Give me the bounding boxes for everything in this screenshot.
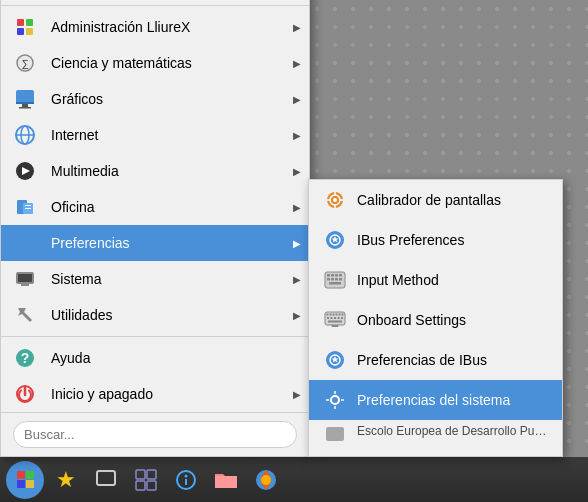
submenu-item-ibus-prefs[interactable]: IBus Preferences [309, 220, 562, 260]
svg-line-30 [30, 248, 32, 250]
svg-text:?: ? [21, 350, 30, 366]
svg-rect-23 [25, 208, 31, 209]
onboard-settings-icon [323, 308, 347, 332]
menu-divider [1, 5, 309, 6]
svg-rect-87 [147, 481, 156, 490]
svg-rect-14 [19, 107, 31, 109]
menu-button[interactable] [6, 461, 44, 499]
ibus-prefs-icon [323, 228, 347, 252]
preferences-icon [13, 231, 37, 255]
help-icon: ? [13, 346, 37, 370]
svg-rect-35 [21, 284, 29, 286]
svg-rect-66 [331, 317, 333, 319]
submenu-item-calibrator[interactable]: Calibrador de pantallas [309, 180, 562, 220]
arrow-icon: ▶ [293, 94, 301, 105]
menu-item-shutdown[interactable]: Inicio y apagado ▶ [1, 376, 309, 412]
info-button[interactable] [168, 462, 204, 498]
svg-rect-61 [333, 314, 335, 316]
menu-item-label: Ayuda [51, 350, 90, 366]
graphics-icon [13, 87, 37, 111]
arrow-icon: ▶ [293, 310, 301, 321]
svg-rect-13 [22, 104, 28, 107]
svg-rect-62 [336, 314, 338, 316]
shutdown-icon [13, 382, 37, 406]
menu-item-help[interactable]: ? Ayuda [1, 340, 309, 376]
menu-item-label: Oficina [51, 199, 95, 215]
menu-divider-2 [1, 336, 309, 337]
arrow-icon: ▶ [293, 22, 301, 33]
science-icon: ∑ [13, 51, 37, 75]
arrow-icon: ▶ [293, 58, 301, 69]
search-input[interactable] [13, 421, 297, 448]
svg-rect-63 [339, 314, 341, 316]
svg-rect-8 [26, 28, 33, 35]
menu-item-label: Internet [51, 127, 98, 143]
main-menu: Aplicaciones recientes ▶ Archivos recien… [0, 0, 310, 457]
submenu-item-onboard[interactable]: Onboard Settings [309, 300, 562, 340]
input-method-icon [323, 268, 347, 292]
admin-icon [13, 15, 37, 39]
menu-item-internet[interactable]: Internet ▶ [1, 117, 309, 153]
svg-point-93 [261, 475, 271, 485]
svg-rect-71 [332, 325, 338, 327]
menu-item-label: Inicio y apagado [51, 386, 153, 402]
menu-item-label: Utilidades [51, 307, 112, 323]
menu-item-recent-files[interactable]: Archivos recientes ▶ [1, 0, 309, 2]
svg-rect-60 [330, 314, 332, 316]
submenu-item-system-prefs[interactable]: Preferencias del sistema [309, 380, 562, 420]
svg-rect-54 [331, 278, 334, 281]
svg-rect-57 [329, 282, 341, 285]
multi-window-button[interactable] [128, 462, 164, 498]
submenu-item-label: Onboard Settings [357, 312, 466, 328]
svg-rect-11 [16, 90, 34, 104]
svg-text:∑: ∑ [21, 58, 28, 69]
submenu-item-label: Calibrador de pantallas [357, 192, 501, 208]
svg-rect-82 [326, 427, 344, 441]
menu-item-office[interactable]: Oficina ▶ [1, 189, 309, 225]
menu-item-label: Preferencias [51, 235, 130, 251]
partial-icon [323, 422, 347, 446]
menu-item-label: Gráficos [51, 91, 103, 107]
menu-item-preferences[interactable]: Preferencias ▶ [1, 225, 309, 261]
menu-item-admin[interactable]: Administración LliureX ▶ [1, 9, 309, 45]
arrow-icon: ▶ [293, 202, 301, 213]
submenu-item-label: Preferencias del sistema [357, 392, 510, 408]
menu-item-science[interactable]: ∑ Ciencia y matemáticas ▶ [1, 45, 309, 81]
preferences-submenu: Calibrador de pantallas IBus Preferences [308, 179, 563, 457]
submenu-item-partial[interactable]: Escolo Europea de Desarrollo Puebal... [309, 420, 562, 456]
svg-rect-51 [335, 274, 338, 277]
svg-rect-55 [335, 278, 338, 281]
svg-rect-83 [97, 471, 115, 485]
menu-item-label: Multimedia [51, 163, 119, 179]
submenu-item-label: Preferencias de IBus [357, 352, 487, 368]
search-container [1, 412, 309, 456]
submenu-item-ibus-prefs2[interactable]: Preferencias de IBus [309, 340, 562, 380]
svg-rect-6 [26, 19, 33, 26]
svg-point-24 [21, 239, 29, 247]
window-button[interactable] [88, 462, 124, 498]
svg-rect-52 [339, 274, 342, 277]
calibrator-icon [323, 188, 347, 212]
arrow-icon: ▶ [293, 274, 301, 285]
svg-rect-34 [18, 274, 32, 282]
svg-line-29 [18, 236, 20, 238]
svg-rect-5 [17, 19, 24, 26]
svg-rect-22 [25, 205, 31, 206]
folder-button[interactable] [208, 462, 244, 498]
svg-rect-50 [331, 274, 334, 277]
arrow-icon: ▶ [293, 389, 301, 400]
system-prefs-icon [323, 388, 347, 412]
favorites-button[interactable]: ★ [48, 462, 84, 498]
svg-point-41 [333, 198, 337, 202]
svg-rect-86 [136, 481, 145, 490]
menu-item-graphics[interactable]: Gráficos ▶ [1, 81, 309, 117]
logo-tl [17, 471, 25, 479]
logo-br [26, 480, 34, 488]
firefox-button[interactable] [248, 462, 284, 498]
menu-item-multimedia[interactable]: Multimedia ▶ [1, 153, 309, 189]
arrow-icon: ▶ [293, 130, 301, 141]
menu-item-utilities[interactable]: Utilidades ▶ [1, 297, 309, 333]
submenu-item-input-method[interactable]: Input Method [309, 260, 562, 300]
menu-item-system[interactable]: Sistema ▶ [1, 261, 309, 297]
svg-point-89 [185, 474, 188, 477]
